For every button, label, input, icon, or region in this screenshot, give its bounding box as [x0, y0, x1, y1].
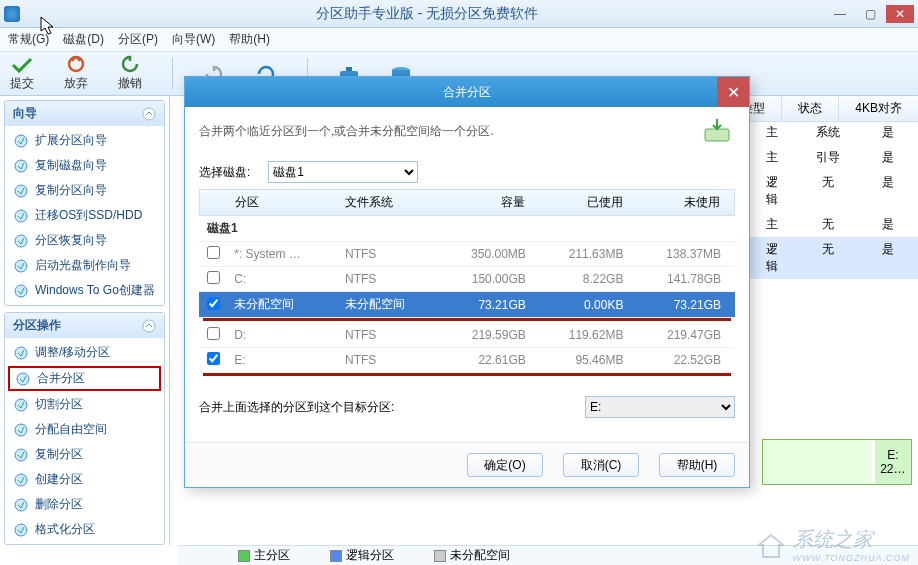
col-filesystem[interactable]: 文件系统 — [345, 190, 442, 215]
watermark: 系统之家 WWW.TONGZHUA.COM — [755, 526, 910, 563]
svg-point-12 — [143, 320, 155, 332]
ops-item-4[interactable]: 复制分区 — [5, 442, 164, 467]
menu-help[interactable]: 帮助(H) — [229, 31, 270, 48]
ops-item-2[interactable]: 切割分区 — [5, 392, 164, 417]
target-label: 合并上面选择的分区到这个目标分区: — [199, 399, 394, 416]
strip-size: 22… — [880, 462, 905, 476]
svg-point-18 — [15, 474, 27, 486]
grid-header: 类型 状态 4KB对齐 — [724, 96, 918, 122]
undo-icon — [119, 55, 141, 73]
select-disk-dropdown[interactable]: 磁盘1 — [268, 161, 418, 183]
row-checkbox[interactable] — [207, 327, 220, 340]
grid-row[interactable]: 主引导是 — [746, 145, 918, 170]
svg-rect-2 — [346, 67, 352, 71]
ops-item-6[interactable]: 删除分区 — [5, 492, 164, 517]
toolbar-separator — [172, 58, 173, 90]
titlebar: 分区助手专业版 - 无损分区免费软件 — ▢ ✕ — [0, 0, 918, 28]
ops-panel-header[interactable]: 分区操作 — [5, 313, 164, 338]
svg-point-13 — [15, 347, 27, 359]
legend-logical: 逻辑分区 — [330, 547, 394, 564]
svg-point-20 — [15, 524, 27, 536]
minimize-button[interactable]: — — [826, 5, 854, 23]
ops-panel-title: 分区操作 — [13, 317, 61, 334]
collapse-icon — [142, 107, 156, 121]
menu-partition[interactable]: 分区(P) — [118, 31, 158, 48]
legend-unalloc: 未分配空间 — [434, 547, 510, 564]
ops-item-3[interactable]: 分配自由空间 — [5, 417, 164, 442]
app-icon — [4, 6, 20, 22]
ops-item-7[interactable]: 格式化分区 — [5, 517, 164, 542]
discard-label: 放弃 — [64, 75, 88, 92]
close-button[interactable]: ✕ — [886, 5, 914, 23]
red-underline — [203, 318, 731, 321]
ops-item-1[interactable]: 合并分区 — [8, 366, 161, 391]
undo-button[interactable]: 撤销 — [118, 55, 142, 92]
svg-point-6 — [15, 160, 27, 172]
dialog-close-button[interactable]: ✕ — [717, 77, 749, 107]
sidebar: 向导 扩展分区向导复制磁盘向导复制分区向导迁移OS到SSD/HDD分区恢复向导启… — [0, 96, 170, 545]
target-dropdown[interactable]: E: — [585, 396, 735, 418]
cancel-button[interactable]: 取消(C) — [563, 453, 639, 477]
partition-row[interactable]: E:NTFS22.61GB95.46MB22.52GB — [199, 348, 735, 373]
col-partition[interactable]: 分区 — [229, 190, 345, 215]
wizard-item-6[interactable]: Windows To Go创建器 — [5, 278, 164, 303]
svg-point-4 — [143, 108, 155, 120]
ops-item-5[interactable]: 创建分区 — [5, 467, 164, 492]
svg-point-7 — [15, 185, 27, 197]
row-checkbox[interactable] — [207, 352, 220, 365]
strip-segment-e: E: 22… — [875, 440, 911, 484]
red-underline — [203, 373, 731, 376]
svg-rect-21 — [705, 129, 729, 141]
strip-label: E: — [887, 448, 898, 462]
maximize-button[interactable]: ▢ — [856, 5, 884, 23]
row-checkbox[interactable] — [207, 271, 220, 284]
menubar: 常规(G) 磁盘(D) 分区(P) 向导(W) 帮助(H) — [0, 28, 918, 52]
partition-strip[interactable]: E: 22… — [762, 439, 912, 485]
legend-primary: 主分区 — [238, 547, 290, 564]
svg-point-8 — [15, 210, 27, 222]
wizard-item-5[interactable]: 启动光盘制作向导 — [5, 253, 164, 278]
dialog-titlebar: 合并分区 ✕ — [185, 77, 749, 107]
house-icon — [755, 531, 787, 559]
svg-point-5 — [15, 135, 27, 147]
svg-point-0 — [69, 57, 83, 71]
col-capacity[interactable]: 容量 — [442, 190, 539, 215]
grid-row[interactable]: 主无是 — [746, 212, 918, 237]
wizard-item-4[interactable]: 分区恢复向导 — [5, 228, 164, 253]
dialog-group: 磁盘1 — [199, 216, 735, 242]
svg-point-11 — [15, 285, 27, 297]
dialog-grid-header: 分区 文件系统 容量 已使用 未使用 — [199, 189, 735, 216]
svg-point-15 — [15, 399, 27, 411]
grid-body: 主系统是主引导是逻辑无是主无是逻辑无是 — [746, 120, 918, 279]
undo-label: 撤销 — [118, 75, 142, 92]
help-button[interactable]: 帮助(H) — [659, 453, 735, 477]
menu-disk[interactable]: 磁盘(D) — [63, 31, 104, 48]
select-disk-label: 选择磁盘: — [199, 164, 250, 181]
svg-point-16 — [15, 424, 27, 436]
partition-row[interactable]: 未分配空间未分配空间73.21GB0.00KB73.21GB — [199, 292, 735, 318]
grid-row[interactable]: 逻辑无是 — [746, 170, 918, 212]
col-used[interactable]: 已使用 — [539, 190, 636, 215]
wizard-item-2[interactable]: 复制分区向导 — [5, 178, 164, 203]
row-checkbox[interactable] — [207, 297, 220, 310]
partition-row[interactable]: D:NTFS219.59GB119.62MB219.47GB — [199, 323, 735, 348]
row-checkbox[interactable] — [207, 246, 220, 259]
wizard-item-1[interactable]: 复制磁盘向导 — [5, 153, 164, 178]
ok-button[interactable]: 确定(O) — [467, 453, 543, 477]
wizard-item-0[interactable]: 扩展分区向导 — [5, 128, 164, 153]
ops-item-0[interactable]: 调整/移动分区 — [5, 340, 164, 365]
grid-row[interactable]: 逻辑无是 — [746, 237, 918, 279]
partition-row[interactable]: C:NTFS150.00GB8.22GB141.78GB — [199, 267, 735, 292]
menu-wizard[interactable]: 向导(W) — [172, 31, 215, 48]
col-free[interactable]: 未使用 — [637, 190, 734, 215]
discard-button[interactable]: 放弃 — [64, 55, 88, 92]
commit-button[interactable]: 提交 — [10, 55, 34, 92]
col-align[interactable]: 4KB对齐 — [838, 96, 918, 121]
ops-panel: 分区操作 调整/移动分区合并分区切割分区分配自由空间复制分区创建分区删除分区格式… — [4, 312, 165, 545]
svg-point-10 — [15, 260, 27, 272]
wizard-panel-header[interactable]: 向导 — [5, 101, 164, 126]
col-status[interactable]: 状态 — [781, 96, 838, 121]
wizard-item-3[interactable]: 迁移OS到SSD/HDD — [5, 203, 164, 228]
partition-row[interactable]: *: System …NTFS350.00MB211.63MB138.37MB — [199, 242, 735, 267]
grid-row[interactable]: 主系统是 — [746, 120, 918, 145]
